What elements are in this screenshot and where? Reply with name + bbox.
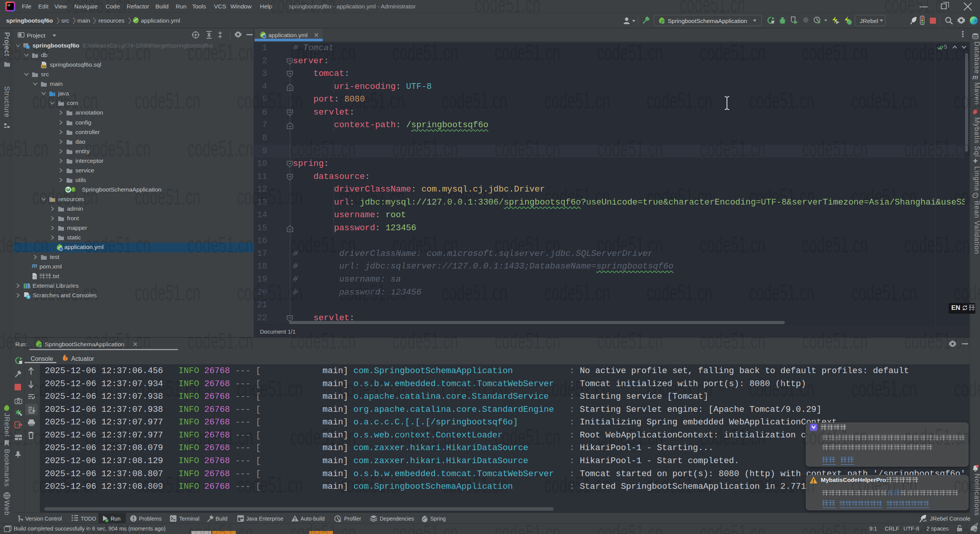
svg-text:i: i: [975, 529, 975, 532]
svg-text:SQL: SQL: [41, 65, 47, 68]
